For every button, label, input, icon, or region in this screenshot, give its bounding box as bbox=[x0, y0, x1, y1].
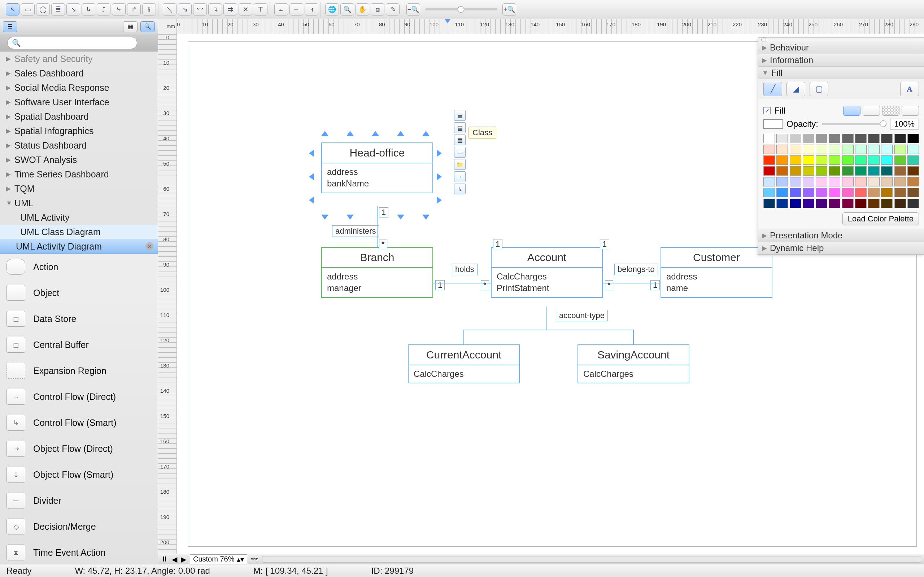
template-item[interactable]: ▶Social Media Response bbox=[0, 81, 158, 95]
selection-handle[interactable] bbox=[422, 214, 430, 220]
wand-button[interactable]: ✎ bbox=[386, 3, 399, 16]
mult-one[interactable]: 1 bbox=[379, 207, 388, 218]
selection-handle[interactable] bbox=[397, 131, 404, 136]
tab-fill-icon[interactable]: ▢ bbox=[809, 82, 828, 96]
qt-assoc-button[interactable]: → bbox=[454, 171, 465, 182]
class-branch[interactable]: Branch address manager bbox=[321, 247, 433, 298]
shape-oflow-smart[interactable]: ⇣Object Flow (Smart) bbox=[0, 462, 158, 488]
template-item-uml-activity[interactable]: UML Activity bbox=[0, 210, 158, 225]
page-thumb-icon[interactable]: ▫▫▫ bbox=[251, 555, 258, 563]
fill-image-button[interactable] bbox=[901, 106, 919, 116]
color-swatch[interactable] bbox=[842, 199, 854, 208]
color-swatch[interactable] bbox=[881, 188, 893, 197]
selection-handle[interactable] bbox=[309, 197, 314, 204]
shape-object[interactable]: Object bbox=[0, 280, 158, 306]
color-swatch[interactable] bbox=[829, 166, 840, 176]
connector-e-button[interactable]: ↱ bbox=[127, 3, 141, 16]
color-swatch[interactable] bbox=[868, 177, 880, 187]
tee-button[interactable]: ⊤ bbox=[254, 3, 267, 16]
shape-decision[interactable]: ◇Decision/Merge bbox=[0, 514, 158, 540]
color-swatch[interactable] bbox=[881, 134, 893, 143]
label-administers[interactable]: administers bbox=[332, 226, 379, 237]
template-item[interactable]: ▶Software User Interface bbox=[0, 95, 158, 109]
template-item-cut[interactable]: ▶Safety and Security bbox=[0, 52, 158, 66]
mult-star[interactable]: * bbox=[481, 280, 489, 290]
horizontal-scrollbar[interactable] bbox=[262, 556, 921, 562]
color-swatch[interactable] bbox=[790, 177, 801, 187]
class-saving-account[interactable]: SavingAccount CalcCharges bbox=[577, 344, 690, 384]
color-swatch[interactable] bbox=[790, 199, 801, 208]
color-swatch[interactable] bbox=[790, 155, 801, 165]
class-account[interactable]: Account CalcCharges PrintStatment bbox=[491, 247, 603, 298]
color-swatch[interactable] bbox=[790, 188, 801, 197]
stamp-button[interactable]: ⧈ bbox=[371, 3, 384, 16]
zoom-level-selector[interactable]: Custom 76%▴▾ bbox=[190, 554, 247, 564]
connector-a-button[interactable]: ↘ bbox=[66, 3, 80, 16]
color-swatch[interactable] bbox=[776, 199, 788, 208]
template-item-uml-activity-diagram[interactable]: UML Activity Diagram ✕ bbox=[0, 239, 158, 253]
color-swatch[interactable] bbox=[776, 188, 788, 197]
color-swatch[interactable] bbox=[894, 166, 906, 176]
tree-view-button[interactable]: ☰ bbox=[3, 21, 17, 32]
opacity-slider[interactable] bbox=[822, 123, 887, 125]
color-swatch[interactable] bbox=[842, 177, 854, 187]
color-swatch[interactable] bbox=[894, 177, 906, 187]
pager-prev-icon[interactable]: ◀ bbox=[172, 555, 177, 564]
tab-stroke-icon[interactable]: ╱ bbox=[763, 82, 782, 96]
color-swatch[interactable] bbox=[855, 166, 867, 176]
template-item-uml-class[interactable]: UML Class Diagram bbox=[0, 225, 158, 239]
color-swatch[interactable] bbox=[894, 188, 906, 197]
color-swatch[interactable] bbox=[816, 177, 827, 187]
library-search-input[interactable]: 🔍 bbox=[7, 37, 137, 49]
zoom-slider[interactable] bbox=[425, 8, 498, 10]
mult-one[interactable]: 1 bbox=[435, 280, 445, 290]
color-swatch[interactable] bbox=[855, 177, 867, 187]
qt-class-button[interactable]: ▤ bbox=[454, 110, 465, 121]
curve-button[interactable]: 〰 bbox=[193, 3, 207, 16]
connector-d-button[interactable]: ⤷ bbox=[112, 3, 126, 16]
color-swatch[interactable] bbox=[776, 145, 788, 154]
shape-timeevent[interactable]: ⧗Time Event Action bbox=[0, 540, 158, 564]
ellipse-tool-button[interactable]: ◯ bbox=[36, 3, 50, 16]
pager-next-icon[interactable]: ▶ bbox=[181, 555, 186, 564]
line-a-button[interactable]: ＼ bbox=[163, 3, 176, 16]
color-swatch[interactable] bbox=[776, 166, 788, 176]
color-swatch[interactable] bbox=[894, 134, 906, 143]
color-swatch[interactable] bbox=[803, 188, 814, 197]
color-swatch[interactable] bbox=[855, 145, 867, 154]
color-swatch[interactable] bbox=[842, 188, 854, 197]
color-swatch[interactable] bbox=[790, 166, 801, 176]
pager-pause-icon[interactable]: ⏸ bbox=[161, 555, 168, 563]
color-swatch[interactable] bbox=[868, 199, 880, 208]
color-swatch[interactable] bbox=[816, 155, 827, 165]
ruler-unit-label[interactable]: mm bbox=[158, 19, 177, 34]
selection-handle[interactable] bbox=[321, 131, 328, 136]
fill-pattern-button[interactable] bbox=[882, 106, 900, 116]
library-search-field[interactable] bbox=[21, 39, 132, 47]
color-swatch[interactable] bbox=[816, 134, 827, 143]
color-swatch[interactable] bbox=[908, 155, 919, 165]
color-swatch[interactable] bbox=[829, 134, 840, 143]
cursor-tool-button[interactable]: ↖ bbox=[6, 3, 19, 16]
selection-handle[interactable] bbox=[309, 173, 314, 180]
color-swatch[interactable] bbox=[816, 199, 827, 208]
class-customer[interactable]: Customer address name bbox=[661, 247, 772, 298]
shape-datastore[interactable]: ◻Data Store bbox=[0, 306, 158, 332]
color-swatch[interactable] bbox=[829, 145, 840, 154]
color-swatch[interactable] bbox=[790, 134, 801, 143]
color-swatch[interactable] bbox=[763, 134, 775, 143]
distribute-b-button[interactable]: ⫟ bbox=[289, 3, 303, 16]
color-swatch[interactable] bbox=[881, 199, 893, 208]
color-swatch[interactable] bbox=[908, 177, 919, 187]
color-swatch[interactable] bbox=[763, 199, 775, 208]
color-swatch[interactable] bbox=[868, 166, 880, 176]
color-swatch[interactable] bbox=[881, 145, 893, 154]
color-swatch[interactable] bbox=[868, 188, 880, 197]
shape-divider[interactable]: ─Divider bbox=[0, 488, 158, 514]
color-swatch[interactable] bbox=[908, 134, 919, 143]
rect-tool-button[interactable]: ▭ bbox=[21, 3, 35, 16]
color-swatch[interactable] bbox=[908, 145, 919, 154]
color-swatch[interactable] bbox=[790, 145, 801, 154]
color-swatch[interactable] bbox=[868, 134, 880, 143]
color-swatch[interactable] bbox=[763, 177, 775, 187]
